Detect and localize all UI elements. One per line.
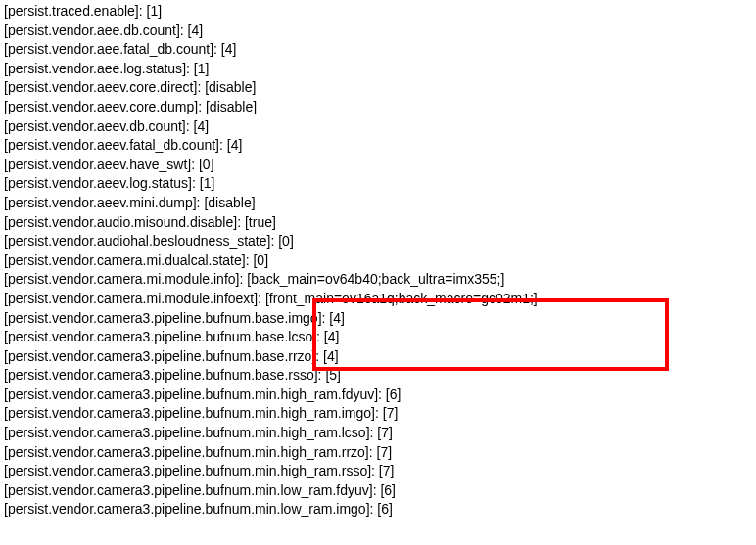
property-line: [persist.traced.enable]: [1] (4, 2, 752, 22)
property-key: persist.vendor.aeev.core.direct (8, 79, 194, 95)
property-value: disable (210, 99, 253, 114)
property-key: persist.vendor.camera3.pipeline.bufnum.b… (8, 348, 312, 364)
property-value: 6 (390, 386, 398, 402)
property-key: persist.vendor.aeev.core.dump (8, 99, 194, 114)
property-key: persist.vendor.aeev.mini.dump (8, 195, 193, 210)
property-key: persist.vendor.camera3.pipeline.bufnum.m… (8, 482, 369, 498)
property-key: persist.vendor.aeev.log.status (8, 175, 188, 191)
property-key: persist.vendor.camera3.pipeline.bufnum.m… (8, 501, 366, 517)
property-line: [persist.vendor.camera3.pipeline.bufnum.… (4, 462, 752, 481)
property-value: 0 (282, 233, 290, 249)
property-value: 0 (203, 157, 211, 172)
property-value: 4 (231, 137, 239, 153)
property-line: [persist.vendor.aeev.fatal_db.count]: [4… (4, 136, 752, 156)
property-line: [persist.vendor.camera.mi.module.infoext… (4, 290, 752, 309)
property-line: [persist.vendor.aeev.db.count]: [4] (4, 117, 752, 137)
property-value: 1 (150, 3, 158, 19)
property-line: [persist.vendor.aee.db.count]: [4] (4, 22, 752, 41)
property-key: persist.vendor.camera3.pipeline.bufnum.m… (8, 444, 365, 460)
property-value: disable (209, 79, 252, 95)
property-line: [persist.vendor.aee.log.status]: [1] (4, 60, 752, 79)
property-line: [persist.vendor.camera3.pipeline.bufnum.… (4, 366, 752, 386)
property-value: 4 (197, 118, 205, 134)
property-value: 4 (333, 310, 341, 326)
property-key: persist.vendor.audiohal.besloudness_stat… (8, 233, 267, 249)
property-line: [persist.vendor.camera3.pipeline.bufnum.… (4, 500, 752, 520)
property-key: persist.vendor.camera3.pipeline.bufnum.m… (8, 463, 367, 478)
property-line: [persist.vendor.audiohal.besloudness_sta… (4, 232, 752, 251)
property-value: 6 (384, 482, 392, 498)
property-value: true (249, 214, 272, 230)
property-value: 4 (328, 329, 336, 344)
property-value: 1 (204, 175, 212, 191)
property-value: 1 (198, 61, 206, 76)
property-key: persist.vendor.camera3.pipeline.bufnum.b… (8, 310, 318, 326)
property-line: [persist.vendor.camera3.pipeline.bufnum.… (4, 328, 752, 347)
property-key: persist.vendor.aeev.have_swt (8, 157, 187, 172)
property-line: [persist.vendor.aee.fatal_db.count]: [4] (4, 40, 752, 60)
property-line: [persist.vendor.aeev.core.direct]: [disa… (4, 78, 752, 98)
property-line: [persist.vendor.camera3.pipeline.bufnum.… (4, 404, 752, 424)
property-key: persist.vendor.aee.fatal_db.count (8, 41, 210, 57)
property-key: persist.vendor.camera.mi.module.info (8, 271, 236, 287)
property-key: persist.vendor.aee.log.status (8, 61, 182, 76)
property-key: persist.vendor.camera.mi.dualcal.state (8, 252, 242, 268)
property-key: persist.vendor.camera.mi.module.infoext (8, 291, 254, 306)
property-key: persist.traced.enable (8, 3, 135, 19)
property-key: persist.vendor.camera3.pipeline.bufnum.m… (8, 425, 366, 440)
property-value: 7 (383, 463, 391, 478)
property-line: [persist.vendor.aeev.mini.dump]: [disabl… (4, 194, 752, 213)
property-key: persist.vendor.aeev.db.count (8, 118, 182, 134)
property-list: [persist.traced.enable]: [1][persist.ven… (4, 2, 752, 520)
property-value: front_main=ov16a1q;back_macro=gc02m1; (269, 291, 534, 306)
property-value: disable (208, 195, 251, 210)
property-line: [persist.vendor.camera.mi.dualcal.state]… (4, 251, 752, 271)
property-value: 0 (257, 252, 264, 268)
property-line: [persist.vendor.camera3.pipeline.bufnum.… (4, 443, 752, 463)
property-value: 7 (381, 425, 389, 440)
property-value: 5 (329, 367, 337, 383)
property-value: back_main=ov64b40;back_ultra=imx355; (251, 271, 500, 287)
property-line: [persist.vendor.aeev.core.dump]: [disabl… (4, 98, 752, 117)
property-value: 7 (380, 444, 388, 460)
property-line: [persist.vendor.camera3.pipeline.bufnum.… (4, 347, 752, 367)
property-line: [persist.vendor.aeev.have_swt]: [0] (4, 156, 752, 175)
property-line: [persist.vendor.aeev.log.status]: [1] (4, 174, 752, 194)
property-key: persist.vendor.aeev.fatal_db.count (8, 137, 215, 153)
property-value: 7 (387, 405, 395, 421)
property-line: [persist.vendor.audio.misound.disable]: … (4, 213, 752, 233)
property-line: [persist.vendor.camera3.pipeline.bufnum.… (4, 424, 752, 443)
property-key: persist.vendor.camera3.pipeline.bufnum.m… (8, 405, 371, 421)
property-line: [persist.vendor.camera.mi.module.info]: … (4, 270, 752, 290)
property-key: persist.vendor.camera3.pipeline.bufnum.b… (8, 367, 314, 383)
property-value: 4 (327, 348, 335, 364)
property-line: [persist.vendor.camera3.pipeline.bufnum.… (4, 481, 752, 501)
property-value: 6 (381, 501, 389, 517)
property-key: persist.vendor.camera3.pipeline.bufnum.m… (8, 386, 374, 402)
property-value: 4 (191, 23, 199, 38)
property-line: [persist.vendor.camera3.pipeline.bufnum.… (4, 386, 752, 405)
property-line: [persist.vendor.camera3.pipeline.bufnum.… (4, 309, 752, 329)
property-value: 4 (225, 41, 233, 57)
property-key: persist.vendor.camera3.pipeline.bufnum.b… (8, 329, 312, 344)
property-key: persist.vendor.audio.misound.disable (8, 214, 233, 230)
property-key: persist.vendor.aee.db.count (8, 23, 176, 38)
